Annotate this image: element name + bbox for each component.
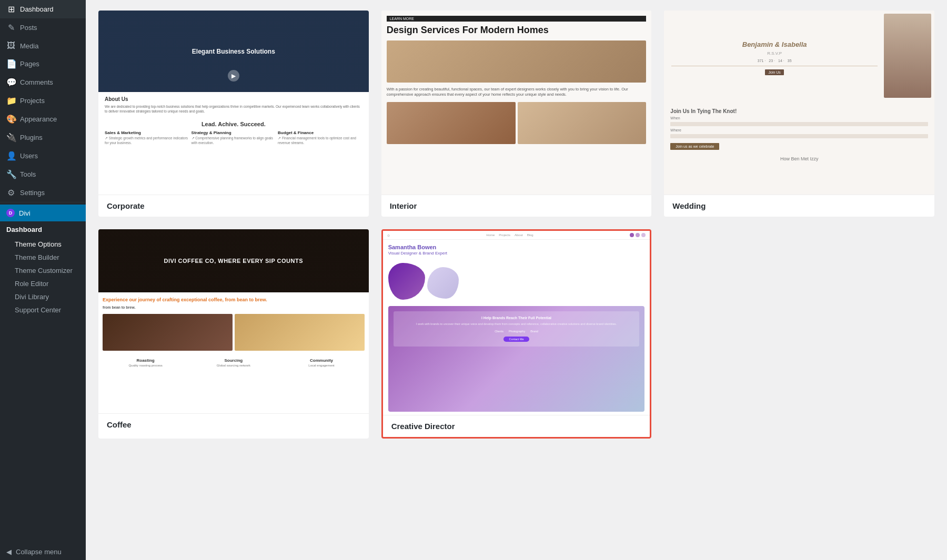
sidebar-item-appearance[interactable]: 🎨 Appearance: [0, 110, 86, 128]
theme-preview-corporate: Elegant Business Solutions ▶ About Us We…: [98, 11, 369, 195]
divi-dashboard-label: Dashboard: [0, 221, 86, 238]
theme-label-corporate: Corporate: [98, 195, 369, 217]
theme-card-wedding[interactable]: Benjamin & Isabella R.S.V.P 371 ·23 ·14 …: [664, 11, 934, 217]
sidebar-sub-theme-customizer[interactable]: Theme Customizer: [0, 264, 86, 277]
sidebar-item-posts[interactable]: ✎ Posts: [0, 18, 86, 37]
sidebar-sub-support-center[interactable]: Support Center: [0, 303, 86, 317]
theme-preview-wedding: Benjamin & Isabella R.S.V.P 371 ·23 ·14 …: [664, 11, 934, 195]
sidebar-item-projects[interactable]: 📁 Projects: [0, 91, 86, 110]
sidebar-sub-role-editor[interactable]: Role Editor: [0, 277, 86, 290]
divi-section: D Divi Dashboard Theme Options Theme Bui…: [0, 202, 86, 319]
themes-grid: Elegant Business Solutions ▶ About Us We…: [98, 11, 934, 439]
sidebar-item-plugins[interactable]: 🔌 Plugins: [0, 128, 86, 147]
sidebar-sub-theme-options[interactable]: Theme Options: [0, 238, 86, 251]
main-content: Elegant Business Solutions ▶ About Us We…: [86, 0, 947, 560]
sidebar-item-dashboard[interactable]: ⊞ Dashboard: [0, 0, 86, 18]
projects-icon: 📁: [6, 96, 16, 106]
sidebar-item-tools[interactable]: 🔧 Tools: [0, 165, 86, 184]
sidebar: ⊞ Dashboard ✎ Posts 🖼 Media 📄 Pages 💬 Co…: [0, 0, 86, 560]
theme-card-creative-director[interactable]: ⊙ HomeProjectsAboutBlog Samantha Bowen: [381, 229, 652, 439]
tools-icon: 🔧: [6, 169, 16, 179]
users-icon: 👤: [6, 151, 16, 161]
comments-icon: 💬: [6, 77, 16, 87]
theme-preview-interior: LEARN MORE Design Services For Modern Ho…: [381, 11, 652, 195]
posts-icon: ✎: [6, 23, 16, 33]
theme-preview-coffee: DIVI COFFEE CO, WHERE EVERY SIP COUNTS E…: [98, 229, 369, 413]
theme-card-corporate[interactable]: Elegant Business Solutions ▶ About Us We…: [98, 11, 369, 217]
sidebar-sub-divi-library[interactable]: Divi Library: [0, 290, 86, 303]
sidebar-item-pages[interactable]: 📄 Pages: [0, 55, 86, 73]
theme-card-interior[interactable]: LEARN MORE Design Services For Modern Ho…: [381, 11, 652, 217]
corp-hero-title: Elegant Business Solutions: [192, 48, 275, 55]
theme-preview-creative-director: ⊙ HomeProjectsAboutBlog Samantha Bowen: [383, 231, 650, 415]
theme-label-coffee: Coffee: [98, 413, 369, 435]
settings-icon: ⚙: [6, 188, 16, 198]
theme-label-interior: Interior: [381, 195, 652, 217]
media-icon: 🖼: [6, 41, 16, 50]
dashboard-icon: ⊞: [6, 4, 16, 14]
appearance-icon: 🎨: [6, 114, 16, 124]
sidebar-item-users[interactable]: 👤 Users: [0, 147, 86, 165]
theme-label-wedding: Wedding: [664, 195, 934, 217]
pages-icon: 📄: [6, 59, 16, 69]
collapse-menu-button[interactable]: ◀ Collapse menu: [0, 544, 86, 560]
sidebar-item-comments[interactable]: 💬 Comments: [0, 73, 86, 91]
sidebar-item-settings[interactable]: ⚙ Settings: [0, 184, 86, 202]
corp-play-icon: ▶: [228, 70, 239, 82]
divi-icon: D: [6, 209, 15, 217]
theme-card-coffee[interactable]: DIVI COFFEE CO, WHERE EVERY SIP COUNTS E…: [98, 229, 369, 439]
interior-title: Design Services For Modern Homes: [387, 25, 647, 36]
sidebar-item-divi[interactable]: D Divi: [0, 205, 86, 221]
sidebar-item-media[interactable]: 🖼 Media: [0, 37, 86, 55]
sidebar-sub-theme-builder[interactable]: Theme Builder: [0, 251, 86, 264]
collapse-icon: ◀: [6, 548, 12, 556]
plugins-icon: 🔌: [6, 133, 16, 142]
theme-label-creative-director: Creative Director: [383, 415, 650, 437]
